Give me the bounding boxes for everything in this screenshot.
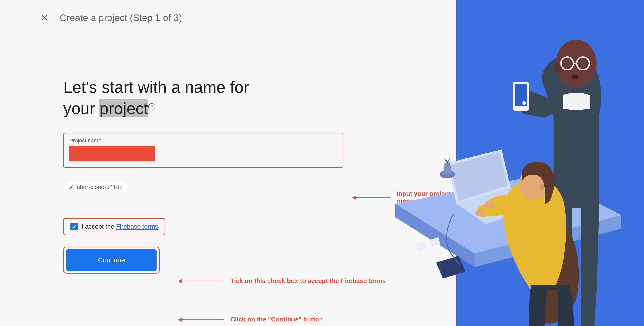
arrow-icon: [178, 281, 224, 281]
heading-line1: Let's start with a name for: [63, 78, 249, 96]
svg-point-20: [475, 209, 485, 216]
arrow-icon: [178, 319, 224, 320]
svg-point-19: [522, 101, 526, 105]
header-row: ✕ Create a project (Step 1 of 3): [0, 0, 456, 31]
continue-button[interactable]: Continue: [66, 249, 156, 271]
help-icon[interactable]: ?: [148, 103, 156, 110]
page-title: Create a project (Step 1 of 3): [60, 13, 182, 23]
annotation-checkbox: Tick on this check box to accept the Fir…: [178, 277, 386, 285]
heading-highlighted-word: project: [100, 99, 148, 117]
svg-marker-7: [416, 242, 426, 252]
annotation-continue-text: Click on the "Continue" button: [230, 316, 323, 323]
heading-line2-prefix: your: [63, 99, 100, 117]
svg-point-21: [484, 201, 494, 209]
terms-text: I accept the Firebase terms: [82, 223, 158, 230]
illustration-panel: [456, 0, 644, 326]
illustration-people: [396, 0, 644, 326]
project-name-input-wrapper: Project name: [63, 133, 344, 168]
continue-button-wrapper: Continue: [63, 247, 160, 274]
svg-point-15: [572, 75, 579, 79]
project-name-input[interactable]: [69, 145, 155, 161]
project-id-text: uber-clone-541de: [76, 184, 123, 191]
project-id-chip[interactable]: uber-clone-541de: [63, 181, 128, 193]
annotation-checkbox-text: Tick on this check box to accept the Fir…: [230, 277, 386, 285]
arrow-icon: [352, 197, 390, 198]
firebase-terms-link[interactable]: Firebase terms: [116, 223, 158, 230]
close-icon[interactable]: ✕: [41, 13, 48, 23]
svg-point-23: [540, 183, 544, 190]
annotation-continue: Click on the "Continue" button: [178, 316, 323, 323]
terms-prefix: I accept the: [82, 223, 116, 230]
terms-wrapper: I accept the Firebase terms: [63, 218, 165, 235]
pencil-icon: [69, 185, 74, 190]
svg-marker-6: [436, 256, 466, 278]
checkmark-icon: [72, 224, 76, 229]
terms-checkbox[interactable]: [70, 223, 78, 230]
project-name-label: Project name: [69, 137, 337, 144]
